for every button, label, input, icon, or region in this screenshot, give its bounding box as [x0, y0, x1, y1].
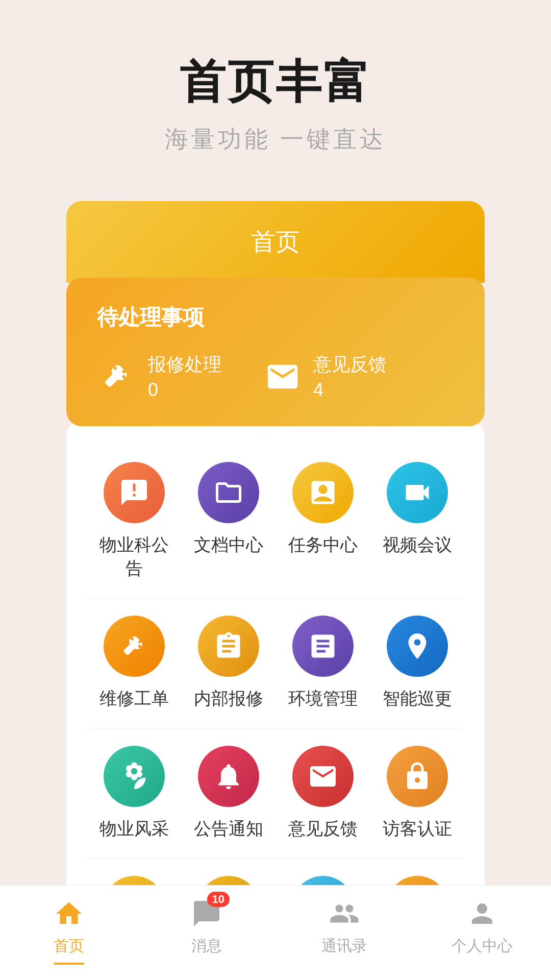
nav-tab-contacts[interactable]: 通讯录 — [304, 896, 385, 965]
pending-feedback-info: 意见反馈 4 — [313, 352, 387, 401]
home-icon-wrap — [51, 896, 87, 932]
row-divider-3 — [87, 858, 464, 859]
page-wrapper: 首页丰富 海量功能 一键直达 首页 待处理事项 报修处理 — [0, 0, 551, 980]
nav-renwu-zhongxin-label: 任务中心 — [288, 533, 358, 557]
message-icon-wrap: 10 — [189, 896, 224, 932]
profile-icon-wrap — [464, 896, 500, 932]
document-icon-circle — [198, 462, 259, 523]
nav-tab-profile[interactable]: 个人中心 — [441, 896, 523, 965]
nav-wenjian-zhongxin-label: 文档中心 — [194, 533, 263, 557]
nav-weixiu-gongdan-label: 维修工单 — [99, 687, 169, 710]
nav-tab-message-label: 消息 — [191, 936, 222, 957]
nav-shipin-huiyi[interactable]: 视频会议 — [370, 447, 464, 596]
nav-wuye-fengcai-label: 物业风采 — [99, 817, 169, 841]
pending-feedback-count: 4 — [313, 379, 323, 401]
bottom-nav: 首页 10 消息 通讯录 个人中心 — [0, 885, 551, 980]
header: 首页丰富 海量功能 一键直达 — [165, 0, 387, 186]
pending-repair-info: 报修处理 0 — [148, 352, 221, 401]
clipboard-icon-circle — [198, 616, 259, 677]
nav-renwu-zhongxin[interactable]: 任务中心 — [276, 447, 370, 596]
mail-icon — [262, 356, 303, 397]
message-badge: 10 — [207, 892, 230, 907]
profile-icon — [467, 898, 497, 929]
nav-neibu-baoxiu[interactable]: 内部报修 — [181, 600, 276, 726]
nav-huanjing-guanli[interactable]: 环境管理 — [276, 600, 370, 726]
top-bar[interactable]: 首页 — [66, 201, 485, 283]
pending-repair-count: 0 — [148, 379, 158, 401]
nav-wuye-fengcai[interactable]: 物业风采 — [87, 730, 181, 856]
nav-yijian-fankui[interactable]: 意见反馈 — [276, 730, 370, 856]
bell-icon-circle — [198, 746, 259, 807]
pending-title: 待处理事项 — [97, 303, 454, 332]
nav-yijian-fankui-label: 意见反馈 — [288, 817, 358, 841]
nav-weixiu-gongdan[interactable]: 维修工单 — [87, 600, 181, 726]
nav-tab-message[interactable]: 10 消息 — [166, 896, 247, 965]
page-subtitle: 海量功能 一键直达 — [165, 124, 387, 155]
nav-wenjian-zhongxin[interactable]: 文档中心 — [181, 447, 276, 596]
pending-feedback-label: 意见反馈 — [313, 352, 387, 377]
pending-items: 报修处理 0 意见反馈 4 — [97, 352, 454, 401]
nav-shipin-huiyi-label: 视频会议 — [383, 533, 452, 557]
feedback-icon-circle — [292, 746, 354, 807]
chart-icon-circle — [292, 616, 354, 677]
pending-item-feedback[interactable]: 意见反馈 4 — [262, 352, 387, 401]
contacts-icon — [329, 898, 360, 929]
nav-tab-home[interactable]: 首页 — [28, 896, 110, 965]
task-icon-circle — [292, 462, 354, 523]
visitor-icon-circle — [387, 746, 448, 807]
contacts-icon-wrap — [327, 896, 362, 932]
nav-tab-home-label: 首页 — [54, 936, 84, 957]
nav-gonggao-tongzhi[interactable]: 公告通知 — [181, 730, 276, 856]
flower-icon-circle — [104, 746, 165, 807]
nav-wuye-gongao[interactable]: 物业科公告 — [87, 447, 181, 596]
video-icon-circle — [387, 462, 448, 523]
nav-zhineng-xungeng-label: 智能巡更 — [383, 687, 452, 710]
row-divider-2 — [87, 728, 464, 728]
nav-gonggao-tongzhi-label: 公告通知 — [194, 817, 263, 841]
location-icon-circle — [387, 616, 448, 677]
repair-icon-circle — [104, 616, 165, 677]
nav-zhineng-xungeng[interactable]: 智能巡更 — [370, 600, 464, 726]
nav-wuye-gongao-label: 物业科公告 — [92, 533, 176, 580]
nav-fangke-renzheng-label: 访客认证 — [383, 817, 452, 841]
page-title: 首页丰富 — [165, 51, 387, 113]
wrench-icon — [97, 356, 138, 397]
home-icon — [54, 898, 84, 929]
nav-active-indicator — [54, 963, 84, 965]
card-area: 首页 待处理事项 报修处理 0 — [66, 201, 485, 980]
nav-neibu-baoxiu-label: 内部报修 — [194, 687, 263, 710]
top-bar-label: 首页 — [251, 226, 300, 258]
pending-repair-label: 报修处理 — [148, 352, 221, 377]
nav-tab-contacts-label: 通讯录 — [321, 936, 367, 957]
nav-fangke-renzheng[interactable]: 访客认证 — [370, 730, 464, 856]
pending-card: 待处理事项 报修处理 0 — [66, 278, 485, 426]
nav-huanjing-guanli-label: 环境管理 — [288, 687, 358, 710]
row-divider-1 — [87, 598, 464, 598]
pending-item-repair[interactable]: 报修处理 0 — [97, 352, 221, 401]
notice-icon-circle — [104, 462, 165, 523]
nav-tab-profile-label: 个人中心 — [452, 936, 513, 957]
